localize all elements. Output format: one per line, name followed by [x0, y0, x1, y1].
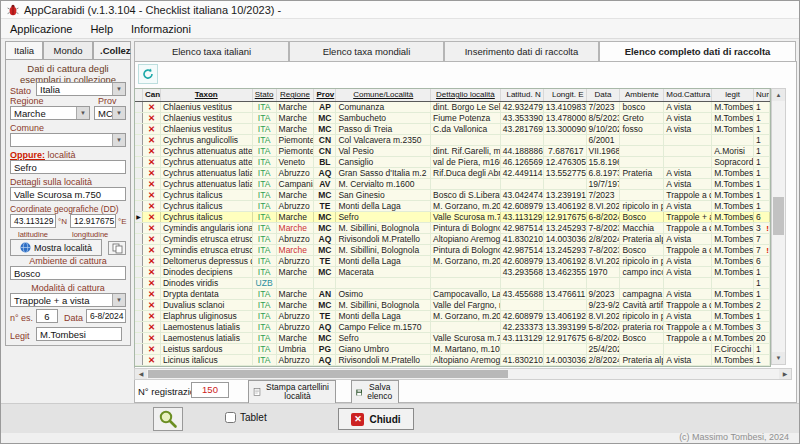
delete-row-icon[interactable]: ✕	[143, 333, 161, 343]
menu-help[interactable]: Help	[81, 21, 122, 37]
refresh-button[interactable]	[138, 64, 158, 84]
column-header-taxon[interactable]: Taxon	[161, 89, 253, 101]
chevron-down-icon[interactable]: ▼	[76, 107, 89, 119]
table-row[interactable]: ✕Chlaenius vestitusITAMarcheMCPasso di T…	[135, 124, 770, 135]
table-row[interactable]: ✕Drypta dentataITAMarcheANOsimoCampocava…	[135, 289, 770, 300]
column-header-stato[interactable]: Stato	[253, 89, 277, 101]
localita-input[interactable]: Sefro	[10, 160, 126, 174]
table-row[interactable]: ✕Licinus italicusITAAbruzzoAQRivisondoli…	[135, 355, 770, 366]
table-row[interactable]: ✕Cychrus attenuatus latialisITACampaniaA…	[135, 179, 770, 190]
prov-select[interactable]: MC ▼	[94, 106, 126, 120]
column-header-data[interactable]: Data	[587, 89, 621, 101]
table-row[interactable]: ✕Laemostenus latialisITAMarcheMCSefroVal…	[135, 333, 770, 344]
row-selector[interactable]	[135, 267, 143, 277]
scroll-down-icon[interactable]: ▼	[772, 352, 785, 364]
delete-row-icon[interactable]: ✕	[143, 146, 161, 156]
row-selector[interactable]	[135, 201, 143, 211]
row-selector[interactable]	[135, 102, 143, 112]
column-header-num[interactable]: Num. d	[754, 89, 770, 101]
chiudi-button[interactable]: ✕ Chiudi	[338, 408, 414, 430]
column-header-ambiente[interactable]: Ambiente	[620, 89, 664, 101]
horizontal-scroll-thumb[interactable]	[148, 370, 508, 378]
column-header-canc[interactable]: Canc	[143, 89, 161, 101]
table-row[interactable]: ✕Chlaenius vestitusITAMarcheMCSambucheto…	[135, 113, 770, 124]
delete-row-icon[interactable]: ✕	[143, 322, 161, 332]
table-row[interactable]: ✕Duvalius sclanoiITAMarcheMCM. Sibillini…	[135, 300, 770, 311]
table-row[interactable]: ✕Cychrus attenuatus attenuatusITAVenetoB…	[135, 157, 770, 168]
delete-row-icon[interactable]: ✕	[143, 344, 161, 354]
copy-coordinates-button[interactable]	[108, 241, 126, 255]
delete-row-icon[interactable]: ✕	[143, 355, 161, 365]
comune-select[interactable]: ▼	[10, 133, 126, 147]
row-selector[interactable]	[135, 124, 143, 134]
table-row[interactable]: ✕Cychrus italicusITAMarcheMCSan GinesioB…	[135, 190, 770, 201]
stampa-cartellini-button[interactable]: Stampa cartellini località	[248, 380, 336, 404]
delete-row-icon[interactable]: ✕	[143, 190, 161, 200]
tab-elenco-taxa-italiani[interactable]: Elenco taxa italiani	[134, 41, 289, 62]
horizontal-scrollbar[interactable]: ◀ ▶	[134, 368, 792, 380]
column-header-legit[interactable]: legit	[712, 89, 754, 101]
ambiente-input[interactable]: Bosco	[10, 266, 126, 280]
table-row[interactable]: ✕Laemostenus latialisITAAbruzzoAQCampo F…	[135, 322, 770, 333]
delete-row-icon[interactable]: ✕	[143, 157, 161, 167]
vertical-scroll-thumb[interactable]	[773, 197, 784, 235]
row-selector[interactable]	[135, 157, 143, 167]
table-row[interactable]: ✕Deltomerus depressus depressusITAAbruzz…	[135, 256, 770, 267]
mostra-localita-button[interactable]: Mostra località	[10, 239, 102, 256]
delete-row-icon[interactable]: ✕	[143, 267, 161, 277]
row-selector[interactable]	[135, 179, 143, 189]
column-header-prov[interactable]: Prov	[314, 89, 336, 101]
tablet-checkbox[interactable]	[225, 412, 236, 423]
longitude-input[interactable]: 12.917675	[70, 214, 116, 228]
chevron-down-icon[interactable]: ▼	[112, 134, 125, 146]
row-selector[interactable]	[135, 278, 143, 288]
row-selector[interactable]	[135, 322, 143, 332]
row-selector[interactable]	[135, 146, 143, 156]
table-row[interactable]: ✕Cymindis etrusca etruscaITAMarcheMCM. S…	[135, 245, 770, 256]
scroll-right-icon[interactable]: ▶	[779, 369, 791, 379]
table-row[interactable]: ✕Cychrus angulicollisITAPiemonteCNCol Va…	[135, 135, 770, 146]
row-selector[interactable]	[135, 223, 143, 233]
row-selector[interactable]	[135, 300, 143, 310]
row-selector[interactable]	[135, 135, 143, 145]
table-row[interactable]: ✕Cymindis angularis ionaeITAMarcheMCM. S…	[135, 223, 770, 234]
delete-row-icon[interactable]: ✕	[143, 245, 161, 255]
table-row[interactable]: ✕Elaphrus uliginosusITAAbruzzoTEMonti de…	[135, 311, 770, 322]
modalita-select[interactable]: Trappole + a vista ▼	[10, 293, 126, 307]
table-row[interactable]: ✕Cychrus italicusITAAbruzzoTEMonti della…	[135, 201, 770, 212]
row-selector[interactable]	[135, 311, 143, 321]
salva-elenco-button[interactable]: Salva elenco	[351, 380, 399, 404]
delete-row-icon[interactable]: ✕	[143, 289, 161, 299]
scroll-up-icon[interactable]: ▲	[772, 89, 785, 101]
column-header-lat[interactable]: Latitud. N	[501, 89, 544, 101]
row-selector[interactable]	[135, 190, 143, 200]
tab-elenco-completo-dati[interactable]: Elenco completo dati di raccolta	[599, 41, 796, 62]
table-row[interactable]: ✕Dinodes viridisUZB1	[135, 278, 770, 289]
current-row-marker[interactable]: ▶	[135, 212, 143, 222]
delete-row-icon[interactable]: ✕	[143, 234, 161, 244]
table-row[interactable]: ✕Leistus sardousITAUmbriaPGGiano UmbroM.…	[135, 344, 770, 355]
nes-input[interactable]: 6	[36, 309, 58, 323]
column-header-dettaglio[interactable]: Dettaglio località	[431, 89, 501, 101]
chevron-down-icon[interactable]: ▼	[112, 294, 125, 306]
tab-collez[interactable]: .Collez	[93, 41, 131, 59]
menu-applicazione[interactable]: Applicazione	[1, 21, 81, 37]
delete-row-icon[interactable]: ✕	[143, 113, 161, 123]
search-button[interactable]	[153, 407, 183, 431]
records-grid[interactable]: CancTaxonStatoRegioneProvComune/Località…	[134, 88, 771, 367]
chevron-down-icon[interactable]: ▼	[112, 107, 125, 119]
row-selector[interactable]	[135, 234, 143, 244]
row-selector[interactable]	[135, 168, 143, 178]
row-selector[interactable]	[135, 355, 143, 365]
table-row[interactable]: ✕Cychrus attenuatus attenuatusITAPiemont…	[135, 146, 770, 157]
delete-row-icon[interactable]: ✕	[143, 311, 161, 321]
column-header-regione[interactable]: Regione	[277, 89, 315, 101]
table-row[interactable]: ▶✕Cychrus italicusITAMarcheMCSefroValle …	[135, 212, 770, 223]
stato-select[interactable]: Italia ▼	[36, 82, 126, 96]
delete-row-icon[interactable]: ✕	[143, 179, 161, 189]
tab-elenco-taxa-mondiali[interactable]: Elenco taxa mondiali	[289, 41, 444, 62]
scroll-left-icon[interactable]: ◀	[135, 369, 147, 379]
column-header-mod[interactable]: Mod.Cattura	[664, 89, 712, 101]
tab-inserimento-dati[interactable]: Inserimento dati di raccolta	[444, 41, 599, 62]
tab-italia[interactable]: Italia	[5, 41, 43, 59]
